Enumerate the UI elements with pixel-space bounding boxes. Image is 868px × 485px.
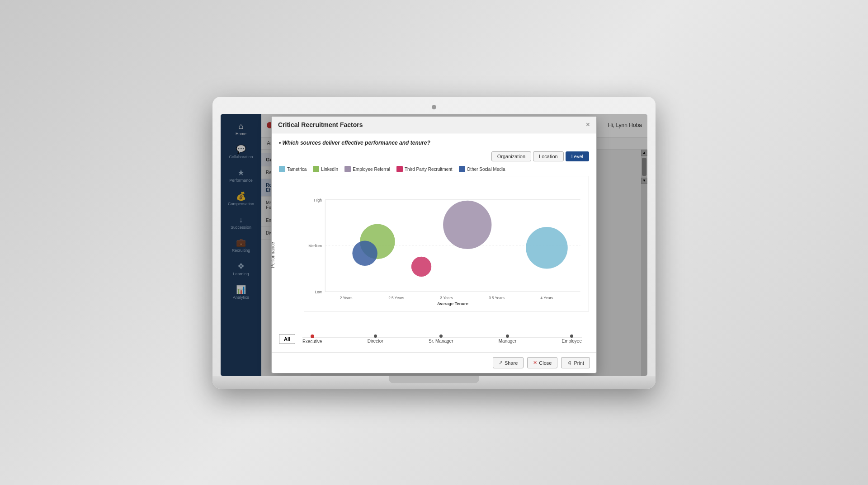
share-button[interactable]: ↗ Share	[493, 357, 524, 368]
share-label: Share	[505, 360, 518, 366]
legend-dot-employee-referral	[344, 166, 351, 172]
bubble-tametrica[interactable]	[352, 241, 377, 266]
svg-text:3 Years: 3 Years	[440, 296, 453, 300]
print-label: Print	[574, 360, 584, 366]
level-dot-manager	[570, 334, 573, 338]
close-label: Close	[539, 360, 552, 366]
y-axis-label: Performance	[270, 242, 275, 268]
level-labels: Executive Director Sr. Man	[302, 334, 582, 344]
chart-container: High Medium Low 2 Years 2.5 Years 3 Year…	[304, 176, 589, 311]
modal-footer: ↗ Share ✕ Close 🖨 Print	[272, 352, 596, 373]
svg-text:Average Tenure: Average Tenure	[437, 301, 468, 306]
level-dot-executive	[374, 334, 377, 338]
modal-dialog: Critical Recruitment Factors × Which sou…	[271, 150, 597, 374]
bubble-social-media[interactable]	[526, 227, 568, 269]
svg-text:2 Years: 2 Years	[340, 296, 353, 300]
bubble-employee-referral[interactable]	[443, 201, 491, 249]
legend-label-tametrica: Tametrica	[287, 167, 307, 172]
laptop-camera	[432, 105, 436, 109]
legend-label-third-party: Third Party Recruitment	[405, 167, 453, 172]
svg-text:4 Years: 4 Years	[541, 296, 553, 300]
share-icon: ↗	[499, 360, 503, 366]
laptop-shell: ⌂ Home 💬 Collaboration ★ Performance 💰 C…	[212, 97, 656, 389]
filter-location[interactable]: Location	[533, 151, 564, 161]
legend-linkedin: LinkedIn	[313, 166, 338, 172]
modal-body: Which sources deliver effective performa…	[272, 150, 596, 353]
filter-organization[interactable]: Organization	[491, 151, 531, 161]
close-icon: ✕	[533, 360, 537, 366]
laptop-screen: ⌂ Home 💬 Collaboration ★ Performance 💰 C…	[221, 114, 647, 376]
legend-dot-linkedin	[313, 166, 319, 172]
print-button[interactable]: 🖨 Print	[561, 357, 590, 368]
legend-label-linkedin: LinkedIn	[321, 167, 338, 172]
filter-buttons: Organization Location Level	[279, 151, 589, 161]
svg-text:Medium: Medium	[308, 244, 322, 248]
main-area: PeopleFluent Hi, Lynn Hoba Analytics Da.…	[261, 114, 647, 376]
level-dot-director	[439, 334, 443, 338]
bubble-third-party[interactable]	[411, 257, 431, 277]
legend-employee-referral: Employee Referral	[344, 166, 390, 172]
level-dot-sr-manager	[506, 334, 509, 338]
legend-dot-tametrica	[279, 166, 285, 172]
level-all-button[interactable]: All	[279, 334, 295, 344]
legend-label-employee-referral: Employee Referral	[353, 167, 390, 172]
legend-label-social-media: Other Social Media	[467, 167, 505, 172]
level-selector-row: All Executive	[279, 334, 589, 344]
svg-text:High: High	[314, 198, 322, 202]
chart-legend: Tametrica LinkedIn Employee Referral	[279, 166, 589, 172]
close-button[interactable]: ✕ Close	[527, 357, 557, 368]
svg-text:2.5 Years: 2.5 Years	[388, 296, 404, 300]
legend-third-party: Third Party Recruitment	[396, 166, 453, 172]
content-area: Guided Explo... Retention Recruiter Effe…	[261, 150, 647, 376]
legend-social-media: Other Social Media	[459, 166, 505, 172]
level-dot-all	[311, 334, 314, 338]
level-manager[interactable]: Manager	[499, 334, 516, 344]
level-timeline: Executive Director Sr. Man	[295, 334, 589, 344]
level-employee[interactable]: Employee	[562, 334, 582, 344]
filter-level[interactable]: Level	[566, 151, 589, 161]
modal-overlay: Critical Recruitment Factors × Which sou…	[261, 150, 647, 376]
legend-tametrica: Tametrica	[279, 166, 307, 172]
level-executive[interactable]: Executive	[302, 334, 322, 344]
print-icon: 🖨	[567, 360, 572, 366]
laptop-base	[212, 376, 656, 389]
svg-text:Low: Low	[315, 290, 322, 294]
level-sr-manager[interactable]: Sr. Manager	[429, 334, 453, 344]
legend-dot-social-media	[459, 166, 465, 172]
chart-wrapper: Performance High	[279, 176, 589, 334]
legend-dot-third-party	[396, 166, 403, 172]
level-director[interactable]: Director	[368, 334, 383, 344]
bubble-chart: High Medium Low 2 Years 2.5 Years 3 Year…	[304, 176, 589, 311]
laptop-base-indent	[389, 376, 479, 383]
svg-text:3.5 Years: 3.5 Years	[489, 296, 505, 300]
